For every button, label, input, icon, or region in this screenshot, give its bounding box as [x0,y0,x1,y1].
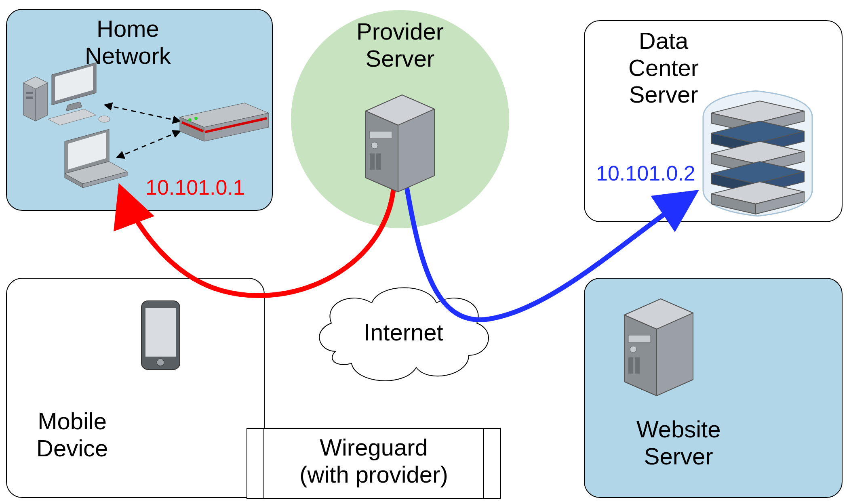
svg-rect-0 [26,92,33,94]
svg-rect-14 [628,357,633,374]
svg-point-13 [630,346,636,353]
laptop-router-link [117,131,180,158]
svg-rect-8 [376,153,381,170]
dc-ip-label: 10.101.0.2 [596,162,695,186]
svg-rect-5 [370,131,392,139]
mobile-device-icon [141,301,180,370]
desktop-icon [23,63,110,125]
provider-server-label: Provider Server [301,18,499,72]
red-connection-arrow [121,184,394,296]
desktop-router-link [105,105,180,121]
svg-point-4 [194,117,198,120]
svg-rect-1 [26,97,33,99]
svg-point-2 [99,116,110,122]
data-center-rack-icon [703,91,812,216]
website-server-icon [624,299,693,396]
home-ip-label: 10.101.0.1 [145,176,245,200]
internet-label: Internet [364,319,443,346]
provider-server-icon [366,95,434,192]
diagram-svg [0,0,849,504]
svg-rect-15 [635,357,640,374]
svg-point-11 [157,359,164,366]
svg-rect-7 [370,153,375,170]
svg-point-6 [371,142,378,149]
svg-rect-12 [628,335,651,342]
svg-rect-10 [145,308,176,357]
router-icon [180,103,269,141]
svg-point-3 [188,118,192,122]
laptop-icon [65,129,127,188]
